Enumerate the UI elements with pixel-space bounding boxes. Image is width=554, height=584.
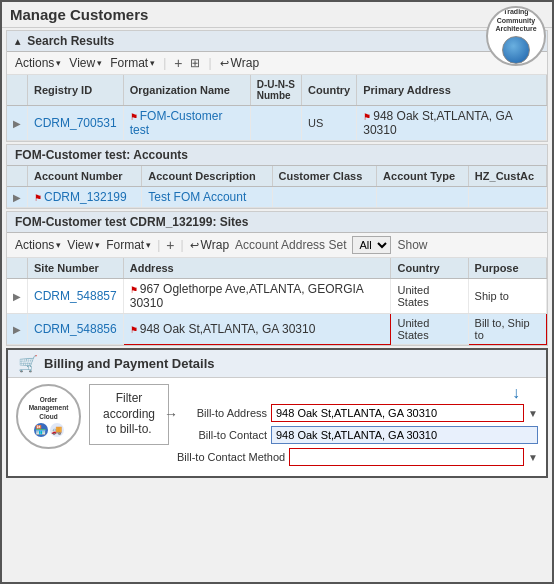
- org-name-link[interactable]: FOM-Customer test: [130, 109, 223, 137]
- bill-to-address-input[interactable]: [271, 404, 524, 422]
- sites-actions-button[interactable]: Actions▾: [15, 238, 61, 252]
- sites-section: FOM-Customer test CDRM_132199: Sites Act…: [6, 211, 548, 346]
- col-expand: [7, 258, 28, 279]
- account-address-set-label: Account Address Set: [235, 238, 346, 252]
- address-flag-icon: ⚑: [363, 112, 371, 122]
- cart-icon: 🛒: [18, 354, 38, 373]
- accounts-header: FOM-Customer test: Accounts: [7, 145, 547, 166]
- wrap-button[interactable]: ↩ Wrap: [220, 56, 259, 70]
- omc-icon-1: 🏪: [34, 423, 48, 437]
- row-expand-btn[interactable]: ▶: [13, 118, 21, 129]
- search-results-table: Registry ID Organization Name D-U-N-SNum…: [7, 75, 547, 141]
- omc-icons: 🏪 🚚: [34, 423, 64, 437]
- account-address-set-select[interactable]: All: [352, 236, 391, 254]
- site-purpose-cell: Ship to: [468, 279, 546, 314]
- account-number-link[interactable]: CDRM_132199: [44, 190, 127, 204]
- duns-cell: [250, 106, 301, 141]
- bill-to-contact-method-field: ▼: [289, 448, 538, 466]
- account-type-cell: [377, 187, 469, 208]
- col-account-type: Account Type: [377, 166, 469, 187]
- site-address-cell: ⚑948 Oak St,ATLANTA, GA 30310: [123, 314, 391, 345]
- format-button[interactable]: Format▾: [110, 56, 155, 70]
- callout-arrow-icon: →: [164, 405, 178, 423]
- dropdown-arrow-icon[interactable]: ▼: [528, 408, 538, 419]
- col-account-desc: Account Description: [142, 166, 272, 187]
- billing-body: Order Management Cloud 🏪 🚚 Filter accord…: [8, 378, 546, 476]
- bill-to-contact-method-label: Bill-to Contact Method: [177, 451, 285, 463]
- bill-to-contact-method-input[interactable]: [289, 448, 524, 466]
- omc-line3: Cloud: [39, 413, 57, 421]
- col-org-name: Organization Name: [123, 75, 250, 106]
- contact-method-dropdown-icon[interactable]: ▼: [528, 452, 538, 463]
- bill-to-address-row: Bill-to Address ▼: [177, 404, 538, 422]
- site-address-cell: ⚑967 Oglethorpe Ave,ATLANTA, GEORGIA 303…: [123, 279, 391, 314]
- bill-to-contact-label: Bill-to Contact: [177, 429, 267, 441]
- site-country-cell: United States: [391, 314, 468, 345]
- col-hz-custac: HZ_CustAc: [468, 166, 546, 187]
- sites-header: FOM-Customer test CDRM_132199: Sites: [7, 212, 547, 233]
- bill-to-contact-row: Bill-to Contact: [177, 426, 538, 444]
- flag-icon: ⚑: [130, 325, 138, 335]
- accounts-section: FOM-Customer test: Accounts Account Numb…: [6, 144, 548, 209]
- col-customer-class: Customer Class: [272, 166, 377, 187]
- tca-globe: [502, 36, 530, 64]
- collapse-icon[interactable]: ▴: [15, 36, 20, 47]
- col-country: Country: [302, 75, 357, 106]
- search-results-header: ▴ Search Results: [7, 31, 547, 52]
- view-button[interactable]: View▾: [69, 56, 102, 70]
- omc-line2: Management: [29, 404, 69, 412]
- omc-line1: Order: [40, 396, 58, 404]
- actions-button[interactable]: Actions▾: [15, 56, 61, 70]
- site-number-link[interactable]: CDRM_548857: [34, 289, 117, 303]
- col-duns: D-U-N-SNumbe: [250, 75, 301, 106]
- table-row: ▶ ⚑CDRM_132199 Test FOM Account: [7, 187, 547, 208]
- address-cell: ⚑948 Oak St,ATLANTA, GA 30310: [357, 106, 547, 141]
- sites-add-icon[interactable]: +: [166, 237, 174, 253]
- country-cell: US: [302, 106, 357, 141]
- row-expand-btn[interactable]: ▶: [13, 291, 21, 302]
- site-country-cell: United States: [391, 279, 468, 314]
- account-desc-link[interactable]: Test FOM Account: [148, 190, 246, 204]
- sites-toolbar: Actions▾ View▾ Format▾ | + | ↩ Wrap Acco…: [7, 233, 547, 258]
- col-expand: [7, 75, 28, 106]
- col-purpose: Purpose: [468, 258, 546, 279]
- bill-to-contact-input[interactable]: [271, 426, 538, 444]
- billing-fields: ↓ Bill-to Address ▼ Bill-to Contact Bill…: [177, 384, 538, 470]
- tca-badge: Trading Community Architecture: [486, 6, 546, 66]
- flag-icon: ⚑: [130, 112, 138, 122]
- sites-view-button[interactable]: View▾: [67, 238, 100, 252]
- sites-format-button[interactable]: Format▾: [106, 238, 151, 252]
- filter-callout: Filter according to bill-to. →: [89, 384, 169, 445]
- show-label: Show: [397, 238, 427, 252]
- search-results-toolbar: Actions▾ View▾ Format▾ | + ⊞ | ↩ Wrap: [7, 52, 547, 75]
- filter-callout-text: Filter according to bill-to.: [103, 391, 155, 436]
- page-title: Manage Customers: [10, 6, 148, 23]
- detach-icon[interactable]: ⊞: [190, 56, 200, 70]
- bill-to-address-label: Bill-to Address: [177, 407, 267, 419]
- table-row: ▶ CDRM_548857 ⚑967 Oglethorpe Ave,ATLANT…: [7, 279, 547, 314]
- omc-badge: Order Management Cloud 🏪 🚚: [16, 384, 81, 449]
- sites-table: Site Number Address Country Purpose ▶ CD…: [7, 258, 547, 345]
- add-icon[interactable]: +: [174, 55, 182, 71]
- registry-id-link[interactable]: CDRM_700531: [34, 116, 117, 130]
- billing-header: 🛒 Billing and Payment Details: [8, 350, 546, 378]
- col-primary-address: Primary Address: [357, 75, 547, 106]
- accounts-table: Account Number Account Description Custo…: [7, 166, 547, 208]
- billing-panel: 🛒 Billing and Payment Details Order Mana…: [6, 348, 548, 478]
- blue-down-arrow-icon: ↓: [512, 384, 520, 402]
- col-address: Address: [123, 258, 391, 279]
- search-results-section: ▴ Search Results Actions▾ View▾ Format▾ …: [6, 30, 548, 142]
- row-expand-btn[interactable]: ▶: [13, 324, 21, 335]
- table-row: ▶ CDRM_548856 ⚑948 Oak St,ATLANTA, GA 30…: [7, 314, 547, 345]
- bill-to-address-field: ▼: [271, 404, 538, 422]
- table-row: ▶ CDRM_700531 ⚑FOM-Customer test US ⚑948…: [7, 106, 547, 141]
- col-site-number: Site Number: [28, 258, 124, 279]
- col-registry-id: Registry ID: [28, 75, 124, 106]
- customer-class-cell: [272, 187, 377, 208]
- omc-icon-2: 🚚: [50, 423, 64, 437]
- tca-line2: Community: [497, 17, 536, 25]
- row-expand-btn[interactable]: ▶: [13, 192, 21, 203]
- sites-wrap-button[interactable]: ↩ Wrap: [190, 238, 229, 252]
- site-number-link[interactable]: CDRM_548856: [34, 322, 117, 336]
- col-expand: [7, 166, 28, 187]
